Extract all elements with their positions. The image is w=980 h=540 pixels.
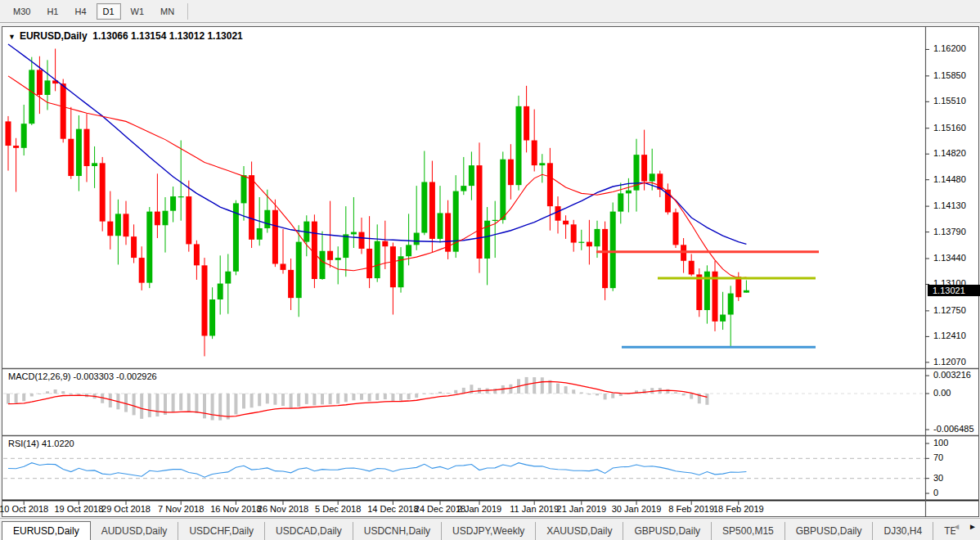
date-tick-label: 30 Jan 2019 bbox=[605, 504, 668, 514]
chart-tab-bar: EURUSD,DailyAUDUSD,DailyUSDCHF,DailyUSDC… bbox=[0, 518, 980, 540]
chart-tab-xauusd-daily[interactable]: XAUUSD,Daily bbox=[535, 522, 623, 540]
axis-tick-label: 1.13440 bbox=[933, 253, 966, 263]
chart-symbol-label: EURUSD,Daily bbox=[20, 30, 88, 42]
macd-name: MACD(12,26,9) bbox=[8, 371, 70, 381]
chart-panes[interactable] bbox=[2, 27, 978, 516]
axis-tick-label: 0 bbox=[933, 488, 938, 497]
scroll-tabs-right-icon[interactable]: ► bbox=[969, 523, 977, 531]
timeframe-toolbar: M30H1H4D1W1MN bbox=[0, 0, 980, 23]
axis-tick-label: 70 bbox=[933, 452, 943, 462]
axis-tick-label: 1.16200 bbox=[933, 43, 966, 53]
timeframe-button-w1[interactable]: W1 bbox=[124, 3, 151, 20]
chart-dropdown-icon: ▼ bbox=[8, 33, 16, 41]
date-tick-label: 5 Dec 2018 bbox=[307, 504, 369, 514]
timeframe-button-h1[interactable]: H1 bbox=[40, 3, 65, 20]
chart-tab-usdcnh-daily[interactable]: USDCNH,Daily bbox=[353, 522, 441, 540]
timeframe-button-m30[interactable]: M30 bbox=[7, 3, 37, 20]
date-tick-label: 29 Oct 2018 bbox=[95, 504, 157, 514]
macd-values: -0.003303 -0.002926 bbox=[73, 371, 156, 381]
chart-tab-usdchf-daily[interactable]: USDCHF,Daily bbox=[178, 522, 264, 540]
scroll-tabs-left-icon[interactable]: ◄ bbox=[952, 523, 960, 531]
axis-tick-label: 30 bbox=[933, 473, 943, 483]
axis-tick-label: 0.00 bbox=[933, 388, 951, 398]
axis-tick-label: -0.006485 bbox=[933, 424, 974, 434]
axis-tick-label: 1.12070 bbox=[933, 357, 966, 367]
rsi-indicator-label: RSI(14) 41.0220 bbox=[8, 439, 74, 448]
axis-tick-label: 1.12750 bbox=[933, 305, 966, 315]
chart-tab-usdcad-daily[interactable]: USDCAD,Daily bbox=[264, 522, 353, 540]
axis-tick-label: 1.14480 bbox=[933, 174, 966, 184]
date-tick-label: 10 Oct 2018 bbox=[0, 504, 55, 514]
macd-indicator-label: MACD(12,26,9) -0.003303 -0.002926 bbox=[8, 371, 157, 381]
chart-ohlc-values: 1.13066 1.13154 1.13012 1.13021 bbox=[92, 30, 243, 42]
current-price-badge: 1.13021 bbox=[928, 285, 980, 296]
timeframe-button-h4[interactable]: H4 bbox=[68, 3, 92, 20]
chart-window[interactable]: ▼EURUSD,Daily 1.13066 1.13154 1.13012 1.… bbox=[2, 26, 979, 517]
rsi-name: RSI(14) bbox=[8, 439, 39, 448]
chart-title: ▼EURUSD,Daily 1.13066 1.13154 1.13012 1.… bbox=[8, 30, 243, 42]
chart-tab-gbpusd-daily[interactable]: GBPUSD,Daily bbox=[784, 522, 873, 540]
chart-tab-audusd-daily[interactable]: AUDUSD,Daily bbox=[91, 522, 178, 540]
axis-tick-label: 100 bbox=[933, 438, 948, 448]
axis-tick-label: 1.15160 bbox=[933, 123, 966, 133]
toolbar-separator bbox=[187, 3, 188, 20]
chart-tab-strip: EURUSD,DailyAUDUSD,DailyUSDCHF,DailyUSDC… bbox=[0, 521, 955, 540]
date-tick-label: 2 Jan 2019 bbox=[448, 504, 510, 514]
axis-tick-label: 1.15510 bbox=[933, 96, 966, 106]
axis-tick-label: 1.14820 bbox=[933, 148, 966, 158]
axis-tick-label: 0.003216 bbox=[933, 370, 971, 380]
date-tick-label: 26 Nov 2018 bbox=[252, 504, 314, 514]
chart-tab-gbpusd-daily[interactable]: GBPUSD,Daily bbox=[623, 522, 711, 540]
chart-tab-eurusd-daily[interactable]: EURUSD,Daily bbox=[2, 521, 91, 540]
timeframe-button-mn[interactable]: MN bbox=[154, 3, 181, 20]
date-tick-label: 7 Nov 2018 bbox=[150, 504, 212, 514]
axis-tick-label: 1.14130 bbox=[933, 200, 966, 210]
date-tick-label: 21 Jan 2019 bbox=[551, 504, 613, 514]
chart-tab-usdjpy-weekly[interactable]: USDJPY,Weekly bbox=[441, 522, 535, 540]
trading-terminal-window: M30H1H4D1W1MN ▼EURUSD,Daily 1.13066 1.13… bbox=[0, 0, 980, 540]
rsi-value: 41.0220 bbox=[42, 439, 74, 448]
axis-tick-label: 1.12410 bbox=[933, 331, 966, 340]
tab-scroll-arrows: ◄ ► bbox=[952, 523, 977, 531]
chart-tab-sp500-m15[interactable]: SP500,M15 bbox=[711, 522, 784, 540]
axis-tick-label: 1.13790 bbox=[933, 227, 966, 236]
timeframe-button-d1[interactable]: D1 bbox=[97, 3, 121, 20]
date-tick-label: 18 Feb 2019 bbox=[708, 504, 770, 514]
axis-tick-label: 1.15850 bbox=[933, 70, 966, 80]
chart-tab-dj30-h4[interactable]: DJ30,H4 bbox=[872, 522, 933, 540]
